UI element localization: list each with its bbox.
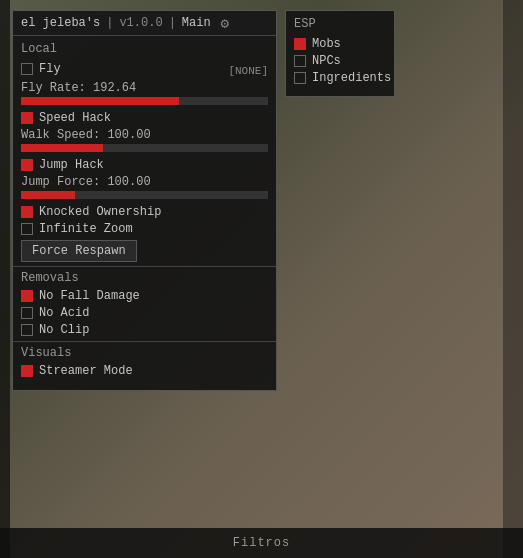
right-edge xyxy=(503,0,523,558)
bottom-label: Filtros xyxy=(233,536,290,550)
npcs-checkbox[interactable] xyxy=(294,55,306,67)
local-section: Local Fly [NONE] Fly Rate: 192.64 Speed … xyxy=(13,42,276,262)
title-main: Main xyxy=(182,16,211,30)
bottom-bar: Filtros xyxy=(0,528,523,558)
jump-hack-row: Jump Hack xyxy=(21,158,268,172)
visuals-label: Visuals xyxy=(13,346,276,360)
visuals-content: Streamer Mode xyxy=(13,364,276,378)
fly-rate-slider[interactable] xyxy=(21,97,268,105)
no-fall-damage-label: No Fall Damage xyxy=(39,289,140,303)
infinite-zoom-row: Infinite Zoom xyxy=(21,222,268,236)
title-separator2: | xyxy=(169,16,176,30)
speed-hack-label: Speed Hack xyxy=(39,111,111,125)
force-respawn-button[interactable]: Force Respawn xyxy=(21,240,137,262)
ingredients-label: Ingredients xyxy=(312,71,391,85)
jump-hack-checkbox[interactable] xyxy=(21,159,33,171)
gear-icon[interactable]: ⚙ xyxy=(217,15,233,31)
fly-rate-fill xyxy=(21,97,179,105)
knocked-ownership-label: Knocked Ownership xyxy=(39,205,161,219)
esp-label: ESP xyxy=(294,17,386,33)
no-clip-label: No Clip xyxy=(39,323,89,337)
left-edge xyxy=(0,0,10,558)
ingredients-row: Ingredients xyxy=(294,71,386,85)
mobs-label: Mobs xyxy=(312,37,341,51)
mobs-checkbox[interactable] xyxy=(294,38,306,50)
walk-speed-slider[interactable] xyxy=(21,144,268,152)
fly-row: Fly [NONE] xyxy=(21,62,268,79)
no-acid-row: No Acid xyxy=(21,306,268,320)
removals-label: Removals xyxy=(13,271,276,285)
fly-label: Fly xyxy=(39,62,61,76)
visuals-section: Visuals Streamer Mode xyxy=(13,341,276,378)
title-version: v1.0.0 xyxy=(119,16,162,30)
no-fall-damage-row: No Fall Damage xyxy=(21,289,268,303)
fly-checkbox-row: Fly xyxy=(21,62,61,76)
no-acid-label: No Acid xyxy=(39,306,89,320)
esp-panel: ESP Mobs NPCs Ingredients xyxy=(285,10,395,97)
npcs-row: NPCs xyxy=(294,54,386,68)
title-bar: el jeleba's | v1.0.0 | Main ⚙ xyxy=(13,11,276,36)
no-clip-checkbox[interactable] xyxy=(21,324,33,336)
mobs-row: Mobs xyxy=(294,37,386,51)
knocked-ownership-checkbox[interactable] xyxy=(21,206,33,218)
jump-force-label: Jump Force: 100.00 xyxy=(21,175,268,189)
no-acid-checkbox[interactable] xyxy=(21,307,33,319)
main-panel: el jeleba's | v1.0.0 | Main ⚙ Local Fly … xyxy=(12,10,277,391)
title-separator1: | xyxy=(106,16,113,30)
no-clip-row: No Clip xyxy=(21,323,268,337)
walk-speed-label: Walk Speed: 100.00 xyxy=(21,128,268,142)
speed-hack-checkbox[interactable] xyxy=(21,112,33,124)
ingredients-checkbox[interactable] xyxy=(294,72,306,84)
infinite-zoom-label: Infinite Zoom xyxy=(39,222,133,236)
jump-force-slider[interactable] xyxy=(21,191,268,199)
infinite-zoom-checkbox[interactable] xyxy=(21,223,33,235)
no-fall-damage-checkbox[interactable] xyxy=(21,290,33,302)
removals-content: No Fall Damage No Acid No Clip xyxy=(13,289,276,337)
force-respawn-row: Force Respawn xyxy=(21,240,268,262)
knocked-ownership-row: Knocked Ownership xyxy=(21,205,268,219)
local-label: Local xyxy=(21,42,268,58)
fly-rate-label: Fly Rate: 192.64 xyxy=(21,81,268,95)
streamer-mode-label: Streamer Mode xyxy=(39,364,133,378)
streamer-mode-row: Streamer Mode xyxy=(21,364,268,378)
speed-hack-row: Speed Hack xyxy=(21,111,268,125)
jump-force-fill xyxy=(21,191,75,199)
jump-hack-label: Jump Hack xyxy=(39,158,104,172)
npcs-label: NPCs xyxy=(312,54,341,68)
walk-speed-fill xyxy=(21,144,103,152)
title-name: el jeleba's xyxy=(21,16,100,30)
streamer-mode-checkbox[interactable] xyxy=(21,365,33,377)
removals-section: Removals No Fall Damage No Acid No Clip xyxy=(13,266,276,337)
fly-checkbox[interactable] xyxy=(21,63,33,75)
fly-badge: [NONE] xyxy=(228,65,268,77)
